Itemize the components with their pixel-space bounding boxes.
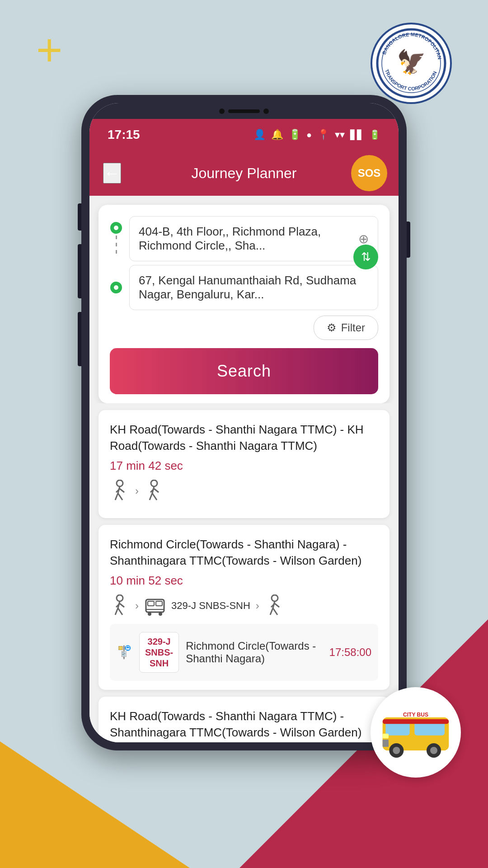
- app-header: ← Journey Planner SOS: [89, 151, 399, 196]
- person-icon: 👤: [253, 129, 266, 141]
- filter-icon: ⚙: [327, 321, 337, 334]
- from-dot: [110, 222, 122, 234]
- status-time: 17:15: [108, 127, 140, 142]
- from-input[interactable]: 404-B, 4th Floor,, Richmond Plaza, Richm…: [129, 216, 378, 261]
- silent-switch: [78, 312, 81, 366]
- svg-line-14: [152, 493, 157, 500]
- front-camera: [219, 108, 225, 114]
- step-arrow-1: ›: [135, 485, 139, 497]
- signal-icon: ▋▋: [350, 129, 364, 140]
- power-button: [407, 222, 410, 258]
- battery2-icon: 🔋: [369, 129, 380, 140]
- battery-icon: 🔋: [289, 129, 301, 141]
- svg-text:🦅: 🦅: [397, 48, 426, 76]
- bus-arrival-time: 17:58:00: [329, 646, 371, 659]
- to-dot-area: [110, 282, 122, 293]
- walk-start-icon: [110, 480, 130, 502]
- step-arrow-2b: ›: [256, 599, 259, 612]
- from-address: 404-B, 4th Floor,, Richmond Plaza, Richm…: [139, 225, 358, 253]
- result-route-1: KH Road(Towards - Shanthi Nagara TTMC) -…: [110, 421, 378, 454]
- bus-icon-2: [144, 595, 166, 617]
- svg-line-8: [118, 493, 122, 500]
- svg-point-61: [430, 747, 437, 754]
- result-duration-1: 17 min 42 sec: [110, 459, 378, 473]
- svg-line-33: [275, 604, 279, 607]
- svg-line-15: [154, 489, 159, 492]
- volume-up-button: [78, 203, 81, 231]
- location-icon: 📍: [317, 129, 329, 141]
- svg-point-59: [393, 747, 400, 754]
- sensor: [263, 108, 269, 114]
- from-location-row: 404-B, 4th Floor,, Richmond Plaza, Richm…: [110, 216, 378, 261]
- svg-point-17: [117, 595, 123, 601]
- svg-rect-62: [383, 734, 389, 739]
- search-button[interactable]: Search: [110, 348, 378, 394]
- svg-line-32: [273, 608, 277, 615]
- sos-button[interactable]: SOS: [351, 155, 387, 191]
- result-route-2: Richmond Circle(Towards - Shanthi Nagara…: [110, 536, 378, 569]
- back-button[interactable]: ←: [103, 163, 121, 184]
- status-icons: 👤 🔔 🔋 ● 📍 ▾▾ ▋▋ 🔋: [253, 129, 380, 141]
- walk-start-icon-2: [110, 594, 130, 617]
- swap-icon: ⇅: [361, 250, 371, 264]
- to-dot: [110, 282, 122, 293]
- from-dot-area: [110, 222, 122, 255]
- search-card: 404-B, 4th Floor,, Richmond Plaza, Richm…: [99, 205, 389, 403]
- phone-screen: 17:15 👤 🔔 🔋 ● 📍 ▾▾ ▋▋ 🔋 ← Journey Planne…: [89, 103, 399, 742]
- status-bar: 17:15 👤 🔔 🔋 ● 📍 ▾▾ ▋▋ 🔋: [89, 119, 399, 151]
- volume-down-button: [78, 244, 81, 298]
- svg-point-26: [148, 612, 151, 616]
- results-area: KH Road(Towards - Shanthi Nagara TTMC) -…: [89, 403, 399, 742]
- speaker: [228, 109, 260, 113]
- bus-number-line2: SNBS-: [145, 647, 173, 658]
- svg-rect-63: [383, 740, 389, 747]
- to-location-row: 67, Kengal Hanumanthaiah Rd, Sudhama Nag…: [110, 265, 378, 310]
- svg-text:CITY BUS: CITY BUS: [403, 712, 428, 718]
- result-card-2[interactable]: Richmond Circle(Towards - Shanthi Nagara…: [99, 525, 389, 690]
- step-arrow-2a: ›: [135, 599, 139, 612]
- filter-row: ⚙ Filter: [110, 316, 378, 340]
- to-input[interactable]: 67, Kengal Hanumanthaiah Rd, Sudhama Nag…: [129, 265, 378, 310]
- city-bus-icon: CITY BUS: [371, 687, 461, 778]
- swap-button[interactable]: ⇅: [353, 245, 378, 269]
- svg-line-20: [118, 608, 122, 615]
- page-title: Journey Planner: [191, 165, 296, 182]
- phone-frame: 17:15 👤 🔔 🔋 ● 📍 ▾▾ ▋▋ 🔋 ← Journey Planne…: [81, 95, 407, 750]
- wifi-icon: ▾▾: [335, 129, 345, 141]
- svg-line-7: [115, 493, 118, 500]
- bmtc-logo: BANGALORE METROPOLITAN TRANSPORT CORPORA…: [371, 23, 452, 104]
- bus-detail-2: 🚏 329-J SNBS- SNH Richmond Circle(Toward…: [110, 624, 378, 681]
- result-card-3[interactable]: KH Road(Towards - Shanthi Nagara TTMC) -…: [99, 697, 389, 742]
- bus-illustration: CITY BUS: [380, 701, 452, 764]
- sim-icon: ●: [306, 130, 312, 140]
- svg-line-13: [150, 493, 152, 500]
- bus-number-line1: 329-J: [145, 636, 173, 647]
- to-address: 67, Kengal Hanumanthaiah Rd, Sudhama Nag…: [139, 274, 369, 302]
- background-triangle-yellow: [0, 741, 190, 868]
- bus-number-2: 329-J SNBS-SNH: [171, 600, 250, 612]
- notification-icon: 🔔: [271, 129, 283, 141]
- svg-point-5: [117, 480, 123, 486]
- walk-end-icon-2: [265, 594, 285, 617]
- result-steps-1: ›: [110, 480, 378, 502]
- svg-point-29: [272, 595, 278, 601]
- result-card-1[interactable]: KH Road(Towards - Shanthi Nagara TTMC) -…: [99, 410, 389, 518]
- svg-line-31: [270, 608, 273, 615]
- svg-line-19: [115, 608, 118, 615]
- gps-icon: ⊕: [358, 231, 369, 246]
- svg-line-9: [120, 489, 124, 492]
- bus-number-line3: SNH: [145, 658, 173, 669]
- svg-rect-25: [156, 601, 162, 606]
- location-inputs: 404-B, 4th Floor,, Richmond Plaza, Richm…: [110, 216, 378, 310]
- result-steps-2: › 329-J SNBS-SNH ›: [110, 594, 378, 617]
- svg-line-21: [120, 604, 124, 607]
- filter-label: Filter: [341, 321, 365, 334]
- filter-button[interactable]: ⚙ Filter: [314, 316, 378, 340]
- bus-stop-icon: 🚏: [117, 645, 132, 660]
- result-duration-2: 10 min 52 sec: [110, 574, 378, 588]
- bus-number-badge: 329-J SNBS- SNH: [139, 632, 179, 673]
- svg-point-27: [159, 612, 162, 616]
- svg-point-11: [151, 480, 157, 486]
- bus-stop-name: Richmond Circle(Towards - Shanthi Nagara…: [186, 640, 322, 665]
- walk-end-icon: [144, 480, 164, 502]
